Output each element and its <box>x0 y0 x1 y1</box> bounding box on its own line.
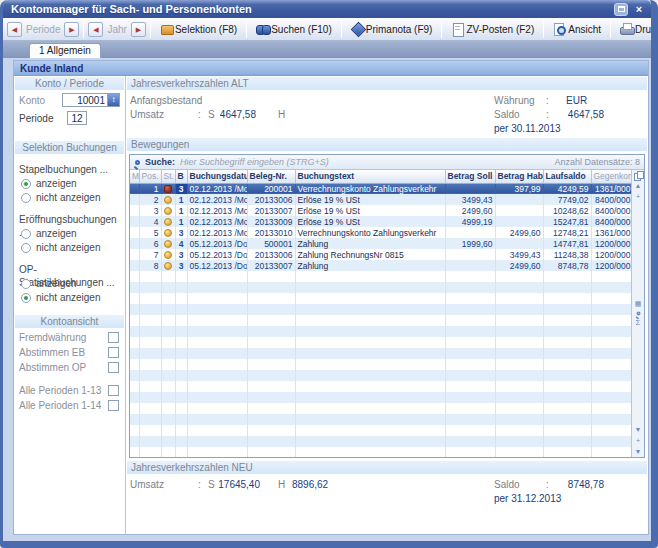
close-button[interactable]: × <box>632 3 646 16</box>
suchen-button[interactable]: Suchen (F10) <box>251 20 337 38</box>
empty-cell <box>161 282 175 293</box>
checkbox-icon[interactable] <box>108 385 119 396</box>
empty-cell <box>187 447 247 457</box>
column-header-b[interactable]: B <box>175 170 187 183</box>
append-icon[interactable]: + <box>636 437 640 445</box>
column-header-beleg-nr-[interactable]: Beleg-Nr. <box>247 170 295 183</box>
checkbox-icon[interactable] <box>108 347 119 358</box>
colon: : <box>546 95 549 106</box>
primanota-button[interactable]: Primanota (F9) <box>346 20 438 38</box>
table-row[interactable]: 2102.12.2013 /Mo20133006Erlöse 19 % USt3… <box>130 194 631 205</box>
table-row[interactable]: 4102.12.2013 /Mo20133009Erlöse 19 % USt4… <box>130 216 631 227</box>
zv-posten-button[interactable]: ZV-Posten (F2) <box>446 20 539 38</box>
empty-cell <box>591 447 631 457</box>
checkbox-icon[interactable] <box>108 332 119 343</box>
columns-icon[interactable]: ▦ <box>635 300 642 308</box>
column-header-laufsaldo[interactable]: Laufsaldo <box>543 170 591 183</box>
cell-soll <box>445 227 495 238</box>
column-header-buchungstext[interactable]: Buchungstext <box>295 170 445 183</box>
empty-cell <box>161 293 175 304</box>
table-row[interactable]: 1302.12.2013 /Mo200001Verrechnungskonto … <box>130 183 631 194</box>
zv-icon <box>451 23 464 35</box>
checkbox-row[interactable]: Alle Perioden 1-13 <box>14 383 125 398</box>
checkbox-row[interactable]: Fremdwährung <box>14 330 125 345</box>
empty-cell <box>495 326 543 337</box>
column-header-st-[interactable]: St. <box>161 170 175 183</box>
table-row[interactable]: 3102.12.2013 /Mo20133007Erlöse 19 % USt2… <box>130 205 631 216</box>
column-header-m[interactable]: M <box>130 170 139 183</box>
empty-cell <box>187 293 247 304</box>
empty-cell <box>495 315 543 326</box>
cell-soll: 4999,19 <box>445 216 495 227</box>
restore-button[interactable] <box>614 3 628 16</box>
titlebar[interactable]: Kontomanager für Sach- und Personenkonte… <box>3 0 651 18</box>
empty-cell <box>295 392 445 403</box>
status-yellow-icon <box>164 251 172 259</box>
grid-search-bar[interactable]: Suche: Hier Suchbegriff eingeben (STRG+S… <box>130 155 644 170</box>
empty-cell <box>247 359 295 370</box>
empty-cell <box>161 359 175 370</box>
radio-icon <box>21 179 31 189</box>
checkbox-row[interactable]: Alle Perioden 1-14 <box>14 398 125 413</box>
selektion-button[interactable]: Selektion (F8) <box>155 20 242 38</box>
radio-option[interactable]: nicht anzeigen <box>14 241 125 254</box>
empty-cell <box>187 304 247 315</box>
cell-beleg: 20133007 <box>247 205 295 216</box>
konto-row: Konto ↕ <box>14 92 125 108</box>
column-header-buchungsdatum[interactable]: Buchungsdatum▲ <box>187 170 247 183</box>
checkbox-row[interactable]: Abstimmen OP <box>14 360 125 375</box>
column-header-pos-[interactable]: Pos.▼ <box>139 170 161 183</box>
checkbox-label: Alle Perioden 1-14 <box>19 400 101 411</box>
radio-icon <box>21 293 31 303</box>
tab-allgemein[interactable]: 1 Allgemein <box>29 43 101 58</box>
checkbox-icon[interactable] <box>108 362 119 373</box>
umsatz-label: Umsatz <box>130 479 164 490</box>
empty-cell <box>130 348 139 359</box>
empty-cell <box>543 403 591 414</box>
scroll-top-icon[interactable]: ▲ <box>635 182 642 190</box>
ansicht-button[interactable]: Ansicht <box>548 20 606 38</box>
table-row[interactable]: 8305.12.2013 /Do20133007Zahlung2499,6087… <box>130 260 631 271</box>
column-header-gegenkonto[interactable]: Gegenkonto <box>591 170 631 183</box>
radio-option[interactable]: nicht anzeigen <box>14 191 125 204</box>
column-header-betrag-haben[interactable]: Betrag Haben <box>495 170 543 183</box>
radio-option[interactable]: anzeigen <box>14 227 125 240</box>
per-date: per 31.12.2013 <box>494 493 561 504</box>
checkbox-icon[interactable] <box>108 400 119 411</box>
konto-spinner[interactable]: ↕ <box>107 94 119 106</box>
radio-option[interactable]: nicht anzeigen <box>14 291 125 304</box>
empty-cell <box>591 271 631 282</box>
empty-cell <box>130 359 139 370</box>
empty-cell <box>495 271 543 282</box>
cell-pos: 4 <box>139 216 161 227</box>
copy-icon[interactable] <box>634 171 642 179</box>
empty-cell <box>187 315 247 326</box>
empty-cell <box>247 436 295 447</box>
column-header-betrag-soll[interactable]: Betrag Soll <box>445 170 495 183</box>
scroll-end-icon[interactable]: ▼ <box>635 448 642 456</box>
empty-cell <box>130 403 139 414</box>
empty-cell <box>445 370 495 381</box>
grid-search-icon[interactable] <box>636 312 640 316</box>
strip-bottom-group: ▼ + ▼ <box>635 426 642 456</box>
periode-pager-next-button[interactable]: ▶ <box>64 22 79 37</box>
toolbar-separator <box>543 21 544 38</box>
add-row-icon[interactable]: + <box>636 193 640 201</box>
scroll-down-icon[interactable]: ▼ <box>635 426 642 434</box>
periode-input[interactable] <box>67 111 87 125</box>
table-row[interactable]: 7305.12.2013 /Do20133006Zahlung Rechnung… <box>130 249 631 260</box>
empty-cell <box>543 425 591 436</box>
radio-option[interactable]: anzeigen <box>14 177 125 190</box>
table-row[interactable]: 6405.12.2013 /Do500001Zahlung1999,601474… <box>130 238 631 249</box>
search-input[interactable]: Hier Suchbegriff eingeben (STRG+S) <box>180 157 329 167</box>
sum-icon[interactable]: Σ <box>636 319 641 327</box>
jahr-pager-next-button[interactable]: ▶ <box>131 22 146 37</box>
drucken-button[interactable]: Drucken <box>615 20 658 38</box>
checkbox-row[interactable]: Abstimmen EB <box>14 345 125 360</box>
periode-pager-prev-button[interactable]: ◀ <box>7 22 22 37</box>
jahr-pager-prev-button[interactable]: ◀ <box>88 22 103 37</box>
konto-input[interactable] <box>63 94 107 106</box>
toolbar-item-label: Ansicht <box>568 24 601 35</box>
empty-cell <box>175 348 187 359</box>
table-row[interactable]: 5302.12.2013 /Mo20133010Verrechnungskont… <box>130 227 631 238</box>
